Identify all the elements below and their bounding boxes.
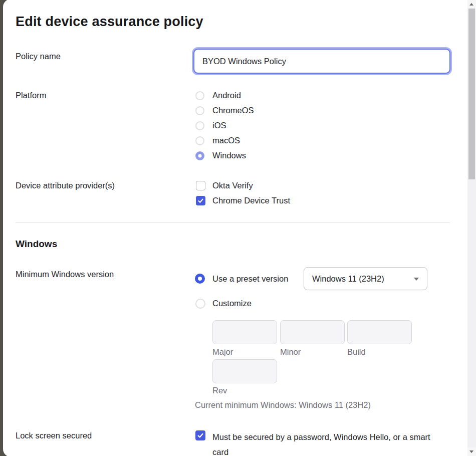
checkbox-lock-screen-checked[interactable] <box>195 430 205 440</box>
chevron-down-icon <box>414 278 419 281</box>
windows-section-heading: Windows <box>16 239 57 250</box>
minor-version-input[interactable] <box>280 320 345 344</box>
radio-dot-icon <box>198 277 202 281</box>
radio-platform-macos-label: macOS <box>212 136 240 145</box>
radio-platform-windows-label: Windows <box>212 151 246 160</box>
radio-use-preset-version-selected[interactable] <box>195 274 205 284</box>
vertical-scrollbar[interactable] <box>467 0 476 456</box>
checkbox-okta-verify-label: Okta Verify <box>212 181 253 190</box>
checkbox-chrome-device-trust-label: Chrome Device Trust <box>212 196 290 205</box>
build-input-label: Build <box>347 347 366 357</box>
providers-label: Device attribute provider(s) <box>16 181 115 190</box>
checkmark-icon <box>197 197 204 204</box>
radio-platform-android-label: Android <box>212 91 241 100</box>
checkbox-chrome-device-trust-checked[interactable] <box>196 196 205 205</box>
radio-platform-ios[interactable] <box>195 121 204 130</box>
rev-input-label: Rev <box>212 386 227 395</box>
lock-screen-secured-label: Lock screen secured <box>16 431 92 440</box>
scroll-down-icon <box>469 450 473 453</box>
policy-name-input[interactable]: BYOD Windows Policy <box>193 49 450 74</box>
scroll-up-button[interactable] <box>467 0 476 9</box>
preset-version-select[interactable]: Windows 11 (23H2) <box>304 267 427 290</box>
scroll-down-button[interactable] <box>467 447 476 456</box>
radio-platform-windows-selected[interactable] <box>195 151 204 160</box>
rev-version-input[interactable] <box>212 359 277 383</box>
scrollbar-thumb[interactable] <box>468 9 475 179</box>
radio-platform-ios-label: iOS <box>212 121 226 130</box>
current-minimum-windows-text: Current minimum Windows: Windows 11 (23H… <box>195 400 371 410</box>
dialog-title: Edit device assurance policy <box>16 14 203 30</box>
policy-name-label: Policy name <box>16 52 61 61</box>
radio-use-preset-version-label: Use a preset version <box>212 274 288 284</box>
lock-screen-checkbox-text: Must be secured by a password, Windows H… <box>212 429 439 456</box>
section-divider <box>16 222 450 223</box>
modal-overlay: Edit device assurance policy Policy name… <box>0 0 476 456</box>
radio-platform-android[interactable] <box>195 91 204 100</box>
radio-platform-chromeos[interactable] <box>195 106 204 115</box>
major-version-input[interactable] <box>212 320 277 344</box>
platform-label: Platform <box>16 91 46 100</box>
radio-customize-label: Customize <box>212 299 252 308</box>
checkmark-icon <box>197 432 204 439</box>
build-version-input[interactable] <box>347 320 412 344</box>
minimum-windows-version-label: Minimum Windows version <box>16 270 114 279</box>
radio-customize[interactable] <box>195 299 205 309</box>
radio-platform-chromeos-label: ChromeOS <box>212 106 254 115</box>
minor-input-label: Minor <box>280 347 301 357</box>
radio-dot-icon <box>198 154 202 158</box>
major-input-label: Major <box>212 347 233 357</box>
scroll-up-icon <box>469 3 473 6</box>
preset-version-selected-value: Windows 11 (23H2) <box>312 274 384 283</box>
checkbox-okta-verify[interactable] <box>196 181 205 190</box>
radio-platform-macos[interactable] <box>195 136 204 145</box>
